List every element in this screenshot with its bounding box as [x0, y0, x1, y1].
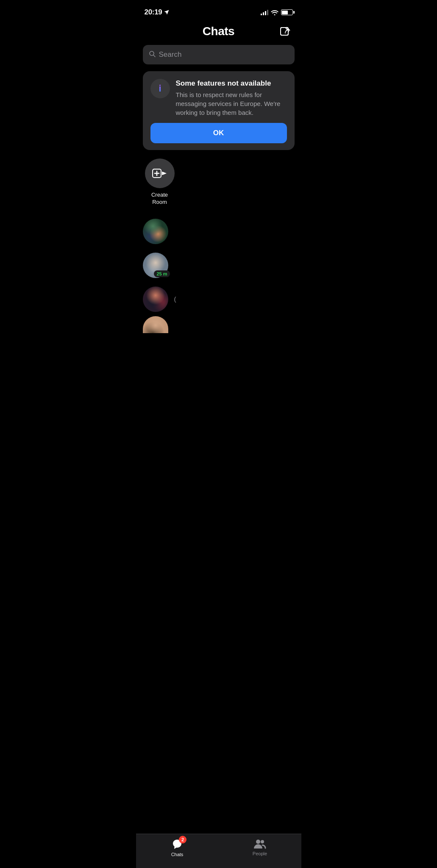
time-display: 20:19: [145, 8, 162, 17]
chat-info: (: [174, 295, 295, 303]
banner-text-block: Some features not available This is to r…: [176, 79, 287, 117]
status-bar: 20:19: [136, 0, 301, 21]
avatar: [143, 316, 168, 333]
status-time: 20:19: [145, 8, 170, 17]
banner-description: This is to respect new rules for messagi…: [176, 90, 287, 117]
chat-item[interactable]: [136, 316, 301, 337]
chat-preview: (: [174, 295, 295, 303]
svg-rect-1: [281, 28, 288, 35]
chat-list: 25 m (: [136, 214, 301, 337]
page-title: Chats: [203, 25, 234, 38]
info-letter-icon: i: [159, 84, 161, 93]
avatar-wrap: [143, 219, 168, 244]
page-header: Chats: [136, 21, 301, 45]
search-placeholder: Search: [159, 50, 182, 59]
ok-button[interactable]: OK: [150, 123, 287, 143]
wifi-icon: [271, 9, 278, 15]
stories-section: CreateRoom: [136, 159, 301, 214]
search-container: Search: [136, 45, 301, 71]
create-room-button[interactable]: [145, 159, 175, 188]
banner-title: Some features not available: [176, 79, 287, 88]
create-room-item[interactable]: CreateRoom: [143, 159, 177, 206]
battery-icon: [281, 9, 293, 15]
location-icon: [164, 10, 169, 15]
search-icon: [149, 50, 156, 59]
search-bar[interactable]: Search: [143, 45, 295, 64]
svg-line-3: [153, 55, 155, 57]
status-icons: [261, 9, 293, 15]
time-badge: 25 m: [154, 270, 170, 277]
chat-item[interactable]: (: [136, 282, 301, 316]
info-icon-circle: i: [150, 79, 170, 98]
avatar-wrap: [143, 316, 168, 333]
video-plus-icon: [152, 167, 167, 179]
avatar-wrap: [143, 287, 168, 312]
compose-icon: [280, 27, 291, 38]
chat-item[interactable]: 25 m: [136, 248, 301, 282]
avatar: [143, 287, 168, 312]
chat-item[interactable]: [136, 214, 301, 248]
banner-content: i Some features not available This is to…: [150, 79, 287, 117]
create-room-label: CreateRoom: [151, 192, 168, 206]
compose-button[interactable]: [278, 25, 293, 40]
avatar-wrap: 25 m: [143, 253, 168, 278]
notification-banner: i Some features not available This is to…: [143, 71, 295, 150]
svg-rect-0: [281, 28, 288, 35]
signal-icon: [261, 9, 268, 15]
avatar: [143, 219, 168, 244]
